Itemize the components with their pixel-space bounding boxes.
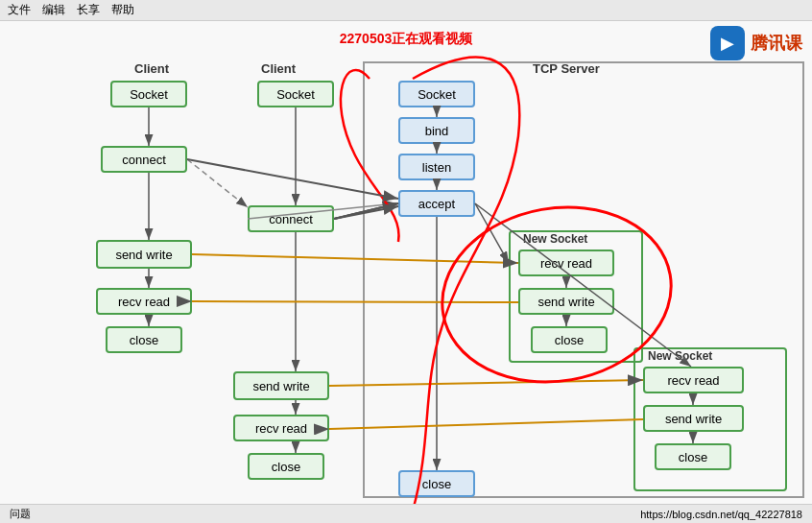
top-bar: 文件 编辑 长享 帮助: [0, 0, 812, 21]
bottom-bar: 问题 https://blog.csdn.net/qq_42227818: [0, 504, 812, 523]
menu-help[interactable]: 帮助: [111, 2, 134, 18]
newsocket1-label: New Socket: [523, 232, 587, 246]
bottom-left-text: 问题: [10, 507, 31, 521]
menu-bar[interactable]: 文件 编辑 长享 帮助: [8, 2, 134, 18]
client2-socket: Socket: [257, 81, 334, 107]
logo-area: ▶ 腾讯课: [710, 26, 802, 60]
client1-close: close: [106, 326, 182, 353]
server-listen: listen: [398, 154, 475, 180]
client2-connect: connect: [248, 205, 334, 232]
client1-socket: Socket: [110, 81, 187, 107]
client2-label: Client: [261, 61, 296, 76]
main-content: 2270503正在观看视频 ▶ 腾讯课 Client Client TCP Se…: [0, 21, 812, 523]
newsocket1-close: close: [531, 326, 608, 353]
client1-label: Client: [134, 61, 169, 76]
newsocket2-sendwrite: send write: [643, 405, 744, 432]
server-close: close: [398, 470, 475, 497]
logo-text: 腾讯课: [751, 32, 802, 55]
client2-recvread: recv read: [233, 415, 329, 441]
newsocket2-recvread: recv read: [643, 367, 744, 393]
client2-sendwrite: send write: [233, 371, 329, 400]
menu-edit[interactable]: 编辑: [42, 2, 65, 18]
logo-icon: ▶: [710, 26, 745, 60]
newsocket1-sendwrite: send write: [518, 288, 614, 315]
server-accept: accept: [398, 190, 475, 217]
client1-sendwrite: send write: [96, 240, 192, 269]
svg-line-22: [187, 159, 248, 207]
menu-file[interactable]: 文件: [8, 2, 31, 18]
client1-connect: connect: [101, 146, 187, 173]
client2-close: close: [248, 453, 324, 480]
client1-recvread: recv read: [96, 288, 192, 315]
newsocket2-close: close: [655, 443, 731, 470]
bottom-right-text: https://blog.csdn.net/qq_42227818: [640, 509, 802, 520]
server-socket: Socket: [398, 81, 475, 107]
server-bind: bind: [398, 117, 475, 144]
newsocket2-label: New Socket: [648, 349, 712, 363]
newsocket1-recvread: recv read: [518, 250, 614, 276]
tcpserver-label: TCP Server: [533, 61, 600, 76]
watermark: 2270503正在观看视频: [340, 31, 473, 48]
menu-share[interactable]: 长享: [77, 2, 100, 18]
